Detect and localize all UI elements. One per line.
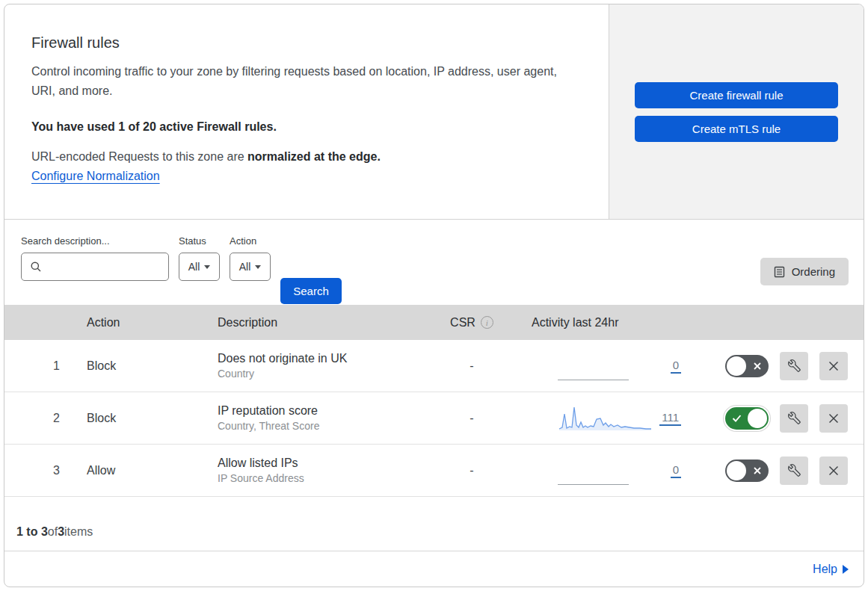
action-column-header: Action <box>72 316 203 329</box>
table-row: 1 Block Does not originate in UK Country… <box>4 340 864 392</box>
usage-summary: You have used 1 of 20 active Firewall ru… <box>31 120 579 134</box>
toggle-x-icon <box>753 466 762 475</box>
rule-description-cell: Does not originate in UK Country <box>203 352 431 380</box>
wrench-icon <box>788 412 801 424</box>
rule-csr: - <box>431 359 513 373</box>
search-button[interactable]: Search <box>280 278 342 304</box>
page-title: Firewall rules <box>31 34 579 52</box>
status-dropdown[interactable]: All <box>179 253 220 281</box>
rule-description-cell: Allow listed IPs IP Source Address <box>203 457 431 484</box>
description-column-header: Description <box>203 316 431 329</box>
toggle-knob <box>748 409 767 428</box>
pagination-of: of <box>48 525 58 539</box>
delete-rule-button[interactable] <box>819 404 848 433</box>
normalization-bold: normalized at the edge. <box>247 150 381 163</box>
search-icon <box>30 261 42 273</box>
toggle-knob <box>727 356 746 376</box>
normalization-prefix: URL-encoded Requests to this zone are <box>31 150 247 163</box>
rule-enabled-toggle[interactable] <box>725 460 769 482</box>
rule-action: Block <box>72 412 203 425</box>
pagination-summary: 1 to 3 of 3 items <box>4 497 864 551</box>
toggle-knob <box>727 461 746 480</box>
rule-description: IP reputation score <box>218 404 431 418</box>
chevron-down-icon <box>204 265 210 269</box>
status-label: Status <box>179 235 220 247</box>
table-row: 2 Block IP reputation score Country, Thr… <box>4 392 864 445</box>
edit-rule-button[interactable] <box>780 404 808 433</box>
rule-action: Block <box>72 359 203 373</box>
configure-normalization-link[interactable]: Configure Normalization <box>31 170 160 183</box>
activity-column-header: Activity last 24hr <box>513 316 681 329</box>
rule-priority: 3 <box>4 464 72 477</box>
activity-sparkline-flat <box>558 352 629 380</box>
rule-description: Allow listed IPs <box>218 457 431 470</box>
pagination-range: 1 to 3 <box>16 525 48 539</box>
rule-criteria: Country <box>218 368 431 380</box>
close-icon <box>828 360 840 372</box>
rule-controls <box>681 404 864 433</box>
ordering-button-label: Ordering <box>792 265 835 278</box>
header-text-block: Firewall rules Control incoming traffic … <box>4 4 609 219</box>
edit-rule-button[interactable] <box>780 352 808 380</box>
create-firewall-rule-button[interactable]: Create firewall rule <box>635 82 838 108</box>
rule-priority: 1 <box>4 359 72 373</box>
csr-column-header: CSR i <box>431 316 513 329</box>
ordering-list-icon <box>774 266 785 278</box>
firewall-rules-page: Firewall rules Control incoming traffic … <box>4 4 864 587</box>
action-filter-group: Action All <box>230 235 271 305</box>
search-input[interactable] <box>48 261 183 273</box>
rule-controls <box>681 352 864 380</box>
rule-activity-cell: 111 <box>513 404 681 433</box>
close-icon <box>828 465 840 477</box>
wrench-icon <box>788 359 801 372</box>
toggle-check-icon <box>732 414 742 422</box>
normalization-note: URL-encoded Requests to this zone are no… <box>31 150 579 164</box>
rule-enabled-toggle[interactable] <box>725 355 769 377</box>
edit-rule-button[interactable] <box>780 457 808 485</box>
action-dropdown-value: All <box>239 261 251 273</box>
create-mtls-rule-button[interactable]: Create mTLS rule <box>635 116 838 142</box>
activity-sparkline-flat <box>558 457 629 485</box>
page-description: Control incoming traffic to your zone by… <box>31 62 562 101</box>
delete-rule-button[interactable] <box>819 457 848 485</box>
table-row: 3 Allow Allow listed IPs IP Source Addre… <box>4 445 864 497</box>
chevron-down-icon <box>255 265 261 269</box>
rule-csr: - <box>431 464 513 477</box>
rule-csr: - <box>431 412 513 425</box>
search-label: Search description... <box>21 235 169 247</box>
rule-activity-cell: 0 <box>513 457 681 485</box>
info-icon[interactable]: i <box>481 316 493 329</box>
pagination-total: 3 <box>58 525 64 539</box>
action-dropdown[interactable]: All <box>230 253 271 281</box>
action-label: Action <box>230 235 271 247</box>
rule-controls <box>681 457 864 485</box>
rule-activity-cell: 0 <box>513 352 681 380</box>
rule-criteria: IP Source Address <box>218 472 431 484</box>
status-dropdown-value: All <box>188 261 200 273</box>
actions-panel: Create firewall rule Create mTLS rule <box>609 4 864 219</box>
activity-count-link[interactable]: 111 <box>659 411 681 426</box>
triangle-right-icon <box>843 565 849 574</box>
rule-priority: 2 <box>4 412 72 425</box>
activity-count-link[interactable]: 0 <box>671 359 681 374</box>
help-link-label: Help <box>813 563 837 576</box>
toggle-x-icon <box>753 362 762 371</box>
activity-count-link[interactable]: 0 <box>671 463 681 478</box>
close-icon <box>828 412 840 424</box>
table-header: Action Description CSR i Activity last 2… <box>4 305 864 340</box>
ordering-button[interactable]: Ordering <box>760 258 849 285</box>
status-filter-group: Status All <box>179 235 220 305</box>
wrench-icon <box>788 464 801 477</box>
help-link[interactable]: Help <box>813 563 849 576</box>
activity-sparkline-chart <box>558 404 651 433</box>
rule-enabled-toggle[interactable] <box>725 407 769 430</box>
rule-description: Does not originate in UK <box>218 352 431 365</box>
rule-action: Allow <box>72 464 203 477</box>
search-box <box>21 253 169 281</box>
rule-criteria: Country, Threat Score <box>218 420 431 432</box>
page-header: Firewall rules Control incoming traffic … <box>4 4 864 220</box>
pagination-items: items <box>64 525 93 539</box>
delete-rule-button[interactable] <box>819 352 848 380</box>
rule-description-cell: IP reputation score Country, Threat Scor… <box>203 404 431 432</box>
filter-bar: Search description... Status All Action … <box>4 220 864 305</box>
